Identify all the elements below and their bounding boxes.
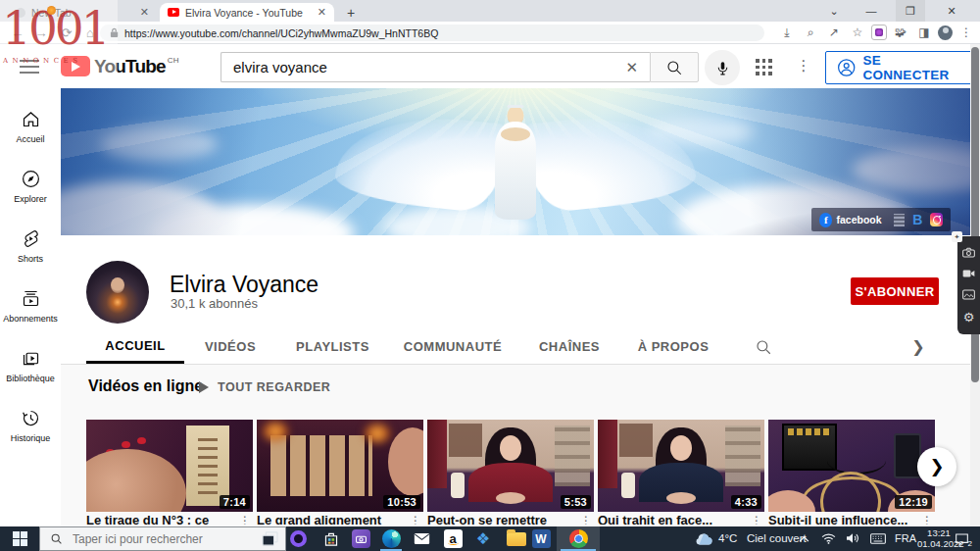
volume-icon[interactable] [844, 531, 861, 545]
chrome-icon[interactable] [564, 526, 593, 551]
browser-profile-avatar[interactable] [938, 25, 953, 40]
facebook-label[interactable]: facebook [836, 214, 881, 225]
window-restore-button[interactable]: ❐ [896, 0, 925, 22]
home-icon[interactable]: ⌂ [78, 22, 102, 43]
video-title[interactable]: Le grand alignement inversé... [257, 514, 402, 525]
taskbar-search[interactable] [39, 526, 286, 551]
sidebar-item-explorer[interactable]: Explorer [0, 156, 61, 216]
amazon-icon[interactable]: a [438, 526, 467, 551]
tab-close-icon[interactable]: ✕ [318, 7, 326, 18]
tab-new-tab[interactable]: New Tab ✕ [8, 3, 157, 22]
video-thumbnail-2[interactable]: 10:53 [257, 420, 423, 512]
screen: New Tab ✕ Elvira Voyance - YouTube ✕ + ⌄… [0, 0, 980, 551]
youtube-apps-icon[interactable] [756, 59, 772, 75]
guide-menu-icon[interactable] [20, 60, 39, 74]
facebook-icon[interactable]: f [819, 213, 832, 227]
reload-icon[interactable]: ⟳ [55, 22, 78, 43]
tab-search-chevron-icon[interactable]: ⌄ [819, 0, 849, 22]
tray-expand-chevron-icon[interactable] [796, 531, 811, 545]
video-menu-icon[interactable]: ⋮ [410, 514, 421, 525]
notification-center-icon[interactable]: 2 [951, 529, 972, 548]
back-icon[interactable]: ← [6, 22, 29, 43]
tab-chaines[interactable]: CHAÎNES [516, 329, 622, 364]
taskbar-search-input[interactable] [71, 531, 270, 547]
install-icon[interactable]: ⤓ [777, 23, 797, 42]
capture-settings-gear-icon[interactable]: ⚙︎ [963, 311, 975, 324]
channel-avatar[interactable] [86, 261, 149, 324]
window-close-button[interactable]: ✕ [937, 0, 966, 22]
tab-a-propos[interactable]: À PROPOS [622, 329, 724, 364]
dropbox-icon[interactable]: ❖ [468, 526, 498, 551]
video-thumbnail-1[interactable]: 7:14 [86, 420, 253, 512]
tab-communaute[interactable]: COMMUNAUTÉ [389, 329, 516, 364]
edge-icon[interactable] [376, 526, 406, 551]
word-icon[interactable]: W [526, 526, 556, 551]
search-button[interactable] [650, 52, 699, 82]
microsoft-store-icon[interactable] [317, 526, 346, 551]
video-menu-icon[interactable]: ⋮ [751, 514, 762, 525]
wifi-icon[interactable] [819, 531, 837, 545]
touch-keyboard-icon[interactable] [868, 531, 888, 545]
address-bar[interactable]: https://www.youtube.com/channel/UCi2yhwM… [100, 25, 764, 41]
camera-app-icon[interactable] [346, 526, 375, 551]
sidebar-item-historique[interactable]: Historique [0, 395, 61, 455]
side-panel-icon[interactable]: ◨ [914, 23, 934, 42]
video-menu-icon[interactable]: ⋮ [239, 514, 251, 525]
video-title[interactable]: Le tirage du N°3 : ce qu'il révèle... [86, 514, 231, 525]
voice-search-button[interactable] [705, 50, 740, 85]
videos-section: Vidéos en ligne TOUT REGARDER 7:14 10:53 [61, 365, 970, 526]
screenshot-camera-icon[interactable] [962, 247, 975, 258]
weather-temperature[interactable]: 4°C [718, 532, 737, 544]
video-title[interactable]: Peut-on se remettre d'un lien... [427, 514, 572, 525]
video-record-icon[interactable] [962, 269, 975, 278]
video-thumbnail-3[interactable]: 5:53 [427, 420, 594, 512]
video-thumbnail-5[interactable]: 12:19 [768, 420, 935, 512]
bookmark-star-icon[interactable]: ☆ [848, 23, 867, 42]
share-icon[interactable]: ↗ [824, 23, 844, 42]
sidebar-item-shorts[interactable]: Shorts [0, 216, 61, 276]
video-title[interactable]: Subit-il une influence... [768, 514, 913, 525]
tab-close-icon[interactable]: ✕ [140, 7, 149, 18]
thumbnail-art [270, 435, 372, 496]
sidebar-item-abonnements[interactable]: Abonnements [0, 276, 61, 335]
tab-videos[interactable]: VIDÉOS [184, 329, 276, 364]
tab-accueil[interactable]: ACCUEIL [86, 329, 184, 364]
watch-all-link[interactable]: TOUT REGARDER [218, 380, 330, 394]
video-title[interactable]: Qui trahit en face... [598, 514, 743, 525]
zoom-icon[interactable]: ⌕ [801, 23, 820, 42]
youtube-logo[interactable]: YouTube CH [61, 56, 178, 76]
vk-icon[interactable]: B [912, 212, 922, 227]
sidebar-item-bibliotheque[interactable]: Bibliothèque [0, 335, 61, 395]
channel-search-icon[interactable] [755, 338, 772, 356]
carousel-next-button[interactable]: ❯ [917, 447, 956, 486]
capture-tool-handle[interactable]: ✦ [952, 231, 962, 242]
extensions-puzzle-icon[interactable]: 🧩︎ [891, 23, 910, 42]
tab-active-youtube[interactable]: Elvira Voyance - YouTube ✕ [160, 3, 334, 22]
browser-menu-icon[interactable]: ⋮ [956, 23, 976, 42]
start-button[interactable] [0, 526, 39, 551]
window-minimize-button[interactable]: — [857, 0, 886, 22]
instagram-icon[interactable] [930, 213, 943, 226]
video-menu-icon[interactable]: ⋮ [580, 514, 592, 525]
mail-app-icon[interactable] [407, 526, 436, 551]
language-indicator[interactable]: FRA [895, 532, 916, 544]
clear-search-icon[interactable]: ✕ [625, 59, 638, 76]
social-link-icon[interactable] [894, 214, 906, 226]
search-input[interactable]: elvira voyance ✕ [220, 52, 650, 82]
video-thumbnail-4[interactable]: 4:33 [598, 420, 764, 512]
weather-cloud-icon[interactable] [692, 530, 715, 547]
subscribe-button[interactable]: S'ABONNER [851, 277, 939, 305]
forward-icon[interactable]: → [29, 22, 53, 43]
video-menu-icon[interactable]: ⋮ [921, 514, 933, 525]
new-tab-button[interactable]: + [341, 3, 361, 22]
sign-in-button[interactable]: SE CONNECTER [825, 51, 980, 84]
tab-playlists[interactable]: PLAYLISTS [276, 329, 389, 364]
task-view-icon[interactable] [255, 526, 284, 551]
sidebar-item-accueil[interactable]: Accueil [0, 96, 61, 156]
recorder-app-icon[interactable] [283, 526, 313, 551]
pinned-extension-icon[interactable] [871, 25, 887, 40]
tabs-scroll-chevron-icon[interactable]: ❯ [909, 337, 927, 355]
gallery-icon[interactable] [962, 289, 975, 300]
microphone-icon [714, 60, 731, 76]
youtube-settings-menu-icon[interactable]: ⋮ [797, 56, 810, 75]
